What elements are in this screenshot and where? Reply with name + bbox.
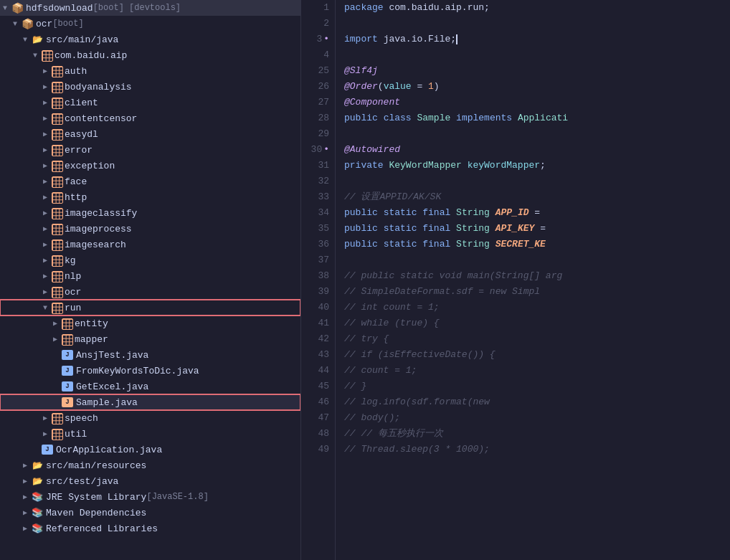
arrow-closed <box>53 319 62 328</box>
tree-label: util <box>65 429 87 440</box>
line-number-1: 1 <box>307 0 329 16</box>
tree-item-entity[interactable]: entity <box>0 315 300 331</box>
tree-item-jre_system[interactable]: 📚JRE System Library [JavaSE-1.8] <box>0 489 300 505</box>
java-icon: J <box>42 445 53 455</box>
srcfolder-icon: 📂 <box>32 460 43 471</box>
package-icon <box>52 113 62 123</box>
package-icon <box>52 98 62 108</box>
line-number-47: 47 <box>307 410 329 426</box>
code-line-40: // int count = 1; <box>344 300 730 315</box>
tree-item-client[interactable]: client <box>0 95 300 110</box>
arrow-open <box>43 304 52 312</box>
line-number-28: 28 <box>307 110 329 126</box>
tree-label: imageclassify <box>65 208 137 219</box>
tree-badge: [boot] <box>52 19 83 29</box>
tree-item-maven_deps[interactable]: 📚Maven Dependencies <box>0 505 300 521</box>
tree-label: auth <box>65 66 87 77</box>
tree-label: client <box>65 98 98 108</box>
line-number-37: 37 <box>307 252 329 268</box>
tree-item-mapper[interactable]: mapper <box>0 331 300 347</box>
code-line-25: @Slf4j <box>344 63 730 79</box>
tree-label: ocr <box>36 19 52 29</box>
tree-item-error[interactable]: error <box>0 142 300 158</box>
line-number-30: 30 <box>307 142 329 158</box>
tree-item-hdfsdownload[interactable]: 📦hdfsdownload [boot] [devtools] <box>0 0 300 16</box>
tree-item-src_main_resources[interactable]: 📂src/main/resources <box>0 457 300 473</box>
arrow-closed <box>23 461 32 470</box>
tree-item-OcrApplication[interactable]: JOcrApplication.java <box>0 442 300 457</box>
arrow-closed <box>43 209 52 217</box>
arrow-closed <box>43 98 52 107</box>
package-icon <box>52 239 62 250</box>
code-line-34: public static final String APP_ID = <box>344 205 730 221</box>
code-area: 1234252627282930313233343536373839404142… <box>301 0 730 560</box>
tree-item-com_baidu_aip[interactable]: com.baidu.aip <box>0 47 300 63</box>
code-line-41: // while (true) { <box>344 315 730 331</box>
java-icon: J <box>62 366 73 376</box>
package-icon <box>52 161 62 171</box>
code-line-26: @Order(value = 1) <box>344 79 730 95</box>
project-icon: 📦 <box>22 18 33 29</box>
code-line-42: // try { <box>344 331 730 347</box>
tree-item-AnsjTest[interactable]: JAnsjTest.java <box>0 347 300 363</box>
tree-item-speech[interactable]: speech <box>0 410 300 426</box>
tree-item-contentcensor[interactable]: contentcensor <box>0 110 300 126</box>
line-number-46: 46 <box>307 394 329 410</box>
code-line-44: // count = 1; <box>344 363 730 379</box>
package-icon <box>52 303 62 313</box>
tree-label: FromKeyWordsToDic.java <box>76 366 199 376</box>
tree-item-ocr[interactable]: 📦ocr [boot] <box>0 16 300 32</box>
tree-label: kg <box>65 255 76 266</box>
tree-item-auth[interactable]: auth <box>0 63 300 79</box>
tree-label: run <box>65 303 81 313</box>
line-number-35: 35 <box>307 221 329 237</box>
tree-label: error <box>65 145 93 156</box>
tree-item-FromKeyWords[interactable]: JFromKeyWordsToDic.java <box>0 363 300 379</box>
package-icon <box>62 334 72 344</box>
tree-badge: [boot] [devtools] <box>93 3 181 13</box>
arrow-closed <box>43 272 52 280</box>
tree-item-exception[interactable]: exception <box>0 158 300 174</box>
tree-label: contentcensor <box>65 113 137 124</box>
tree-item-run[interactable]: run <box>0 300 300 315</box>
java-icon: J <box>62 350 73 360</box>
arrow-closed <box>43 240 52 249</box>
package-icon <box>52 208 62 218</box>
arrow-open <box>33 52 42 60</box>
tree-label: src/main/resources <box>46 460 146 471</box>
tree-label: src/main/java <box>46 34 118 45</box>
tree-item-GetExcel[interactable]: JGetExcel.java <box>0 379 300 394</box>
tree-label: Sample.java <box>76 397 138 408</box>
code-content[interactable]: package com.baidu.aip.run;import java.io… <box>336 0 730 560</box>
package-icon <box>52 82 62 92</box>
tree-item-src_test_java[interactable]: 📂src/test/java <box>0 473 300 489</box>
arrow-closed <box>43 146 52 154</box>
package-icon <box>52 271 62 281</box>
arrow-closed <box>43 82 52 91</box>
tree-item-ocr_pkg[interactable]: ocr <box>0 284 300 300</box>
library-icon: 📚 <box>32 507 43 518</box>
tree-item-http[interactable]: http <box>0 189 300 205</box>
tree-item-imageclassify[interactable]: imageclassify <box>0 205 300 221</box>
code-line-37 <box>344 252 730 268</box>
tree-label: speech <box>65 413 98 424</box>
tree-item-imageprocess[interactable]: imageprocess <box>0 221 300 237</box>
tree-item-util[interactable]: util <box>0 426 300 442</box>
tree-label: easydl <box>65 129 98 140</box>
arrow-closed <box>43 161 52 170</box>
code-line-36: public static final String SECRET_KE <box>344 237 730 252</box>
java-icon: J <box>62 381 73 391</box>
tree-item-imagesearch[interactable]: imagesearch <box>0 237 300 252</box>
arrow-closed <box>43 193 52 201</box>
line-number-39: 39 <box>307 284 329 300</box>
tree-item-easydl[interactable]: easydl <box>0 126 300 142</box>
tree-item-kg[interactable]: kg <box>0 252 300 268</box>
tree-item-nlp[interactable]: nlp <box>0 268 300 284</box>
arrow-closed <box>23 477 32 485</box>
arrow-closed <box>23 508 32 517</box>
tree-item-ref_libs[interactable]: 📚Referenced Libraries <box>0 521 300 536</box>
tree-item-bodyanalysis[interactable]: bodyanalysis <box>0 79 300 95</box>
tree-item-Sample[interactable]: JSample.java <box>0 394 300 410</box>
tree-item-src_main_java[interactable]: 📂src/main/java <box>0 32 300 47</box>
tree-item-face[interactable]: face <box>0 174 300 189</box>
